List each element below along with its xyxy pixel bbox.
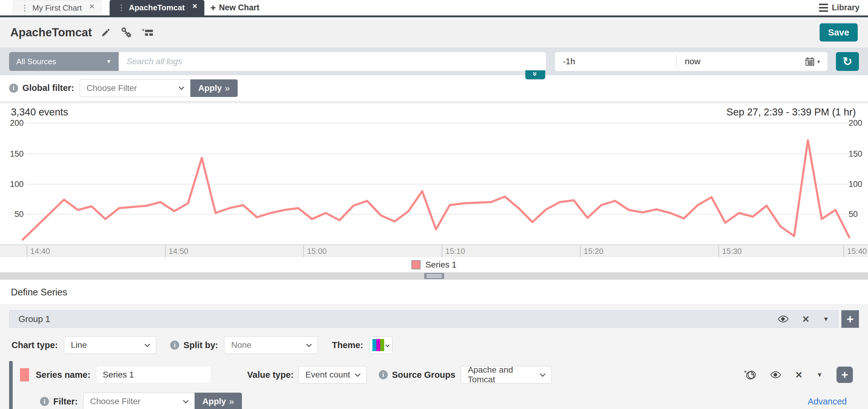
source-groups-value: Apache and Tomcat [468, 365, 541, 384]
global-filter-dropdown[interactable]: Choose Filter [80, 79, 190, 97]
eye-icon[interactable] [778, 315, 789, 323]
list-icon [819, 4, 828, 12]
chevron-down-icon [385, 343, 390, 347]
close-icon[interactable]: ✕ [89, 0, 94, 10]
key-gear-icon [120, 27, 132, 38]
add-to-dashboard-icon: + [141, 27, 154, 37]
group-header-bar[interactable]: Group 1 ✕ ▼ [9, 310, 838, 328]
search-input-wrap: » [119, 52, 546, 71]
series-block: Series name: Value type: Event count i S… [9, 361, 859, 409]
theme-dropdown[interactable] [369, 336, 392, 354]
chart-type-label: Chart type: [11, 340, 58, 350]
info-icon: i [170, 341, 179, 350]
tab-apachetomcat[interactable]: ⋮ ApacheTomcat ✕ [110, 0, 204, 16]
series-filter-dropdown[interactable]: Choose Filter [83, 392, 195, 409]
calendar-dropdown-button[interactable]: ▼ [798, 52, 828, 71]
remove-group-icon[interactable]: ✕ [802, 314, 810, 324]
series-filter-value: Choose Filter [90, 397, 141, 406]
sources-dropdown-value: All Sources [17, 57, 56, 66]
pencil-icon [101, 28, 111, 37]
series-filter-row: i Filter: Choose Filter Apply » Advanced [20, 392, 859, 409]
group-row: Group 1 ✕ ▼ + [9, 310, 859, 328]
eye-icon[interactable] [770, 371, 781, 378]
apply-label: Apply [198, 83, 222, 93]
add-series-button[interactable]: + [837, 367, 853, 383]
line-chart[interactable]: 20015010050 20015010050 [0, 103, 868, 244]
info-icon: i [379, 370, 388, 379]
refresh-button[interactable]: ↻ [836, 52, 859, 71]
chevron-down-icon [355, 371, 360, 377]
plus-icon: + [210, 2, 216, 13]
caret-down-icon: ▼ [816, 59, 821, 64]
collapse-series-icon[interactable]: ▼ [816, 372, 823, 378]
time-range-label: Sep 27, 2:39 - 3:39 PM (1 hr) [726, 106, 856, 118]
library-button[interactable]: Library [819, 0, 860, 16]
y-tick-label: 200 [848, 118, 862, 128]
chart-legend[interactable]: Series 1 [0, 257, 868, 272]
split-by-dropdown[interactable]: None [224, 336, 318, 354]
double-chevron-right-icon: » [225, 83, 230, 93]
new-chart-button[interactable]: + New Chart [210, 0, 259, 16]
value-type-label: Value type: [247, 370, 294, 380]
expand-search-button[interactable]: » [525, 70, 545, 79]
split-by-label: Split by: [183, 340, 218, 350]
add-to-dashboard-button[interactable]: + [141, 27, 154, 37]
y-tick-label: 50 [14, 210, 24, 219]
panel-divider [0, 272, 868, 280]
chevron-down-icon [179, 84, 184, 90]
resize-drag-handle[interactable] [424, 273, 444, 279]
source-groups-dropdown[interactable]: Apache and Tomcat [461, 366, 552, 384]
library-label: Library [832, 3, 860, 12]
drag-handle-icon[interactable]: ⋮ [21, 3, 28, 13]
series-row: Series name: Value type: Event count i S… [20, 366, 859, 384]
refresh-icon: ↻ [843, 55, 852, 68]
tab-my-first-chart[interactable]: ⋮ My First Chart ✕ [13, 0, 102, 16]
series-line [23, 140, 849, 240]
time-start-input[interactable] [555, 52, 676, 71]
edit-title-button[interactable] [101, 28, 111, 37]
search-input[interactable] [119, 52, 546, 71]
chevron-down-icon [183, 398, 188, 403]
value-type-dropdown[interactable]: Event count [299, 366, 367, 384]
y-tick-label: 50 [848, 210, 858, 219]
info-icon: i [40, 397, 49, 406]
double-chevron-down-icon: » [531, 72, 539, 76]
y-axis-right: 20015010050 [848, 103, 867, 244]
tab-bar: ⋮ My First Chart ✕ ⋮ ApacheTomcat ✕ + Ne… [0, 0, 868, 17]
add-group-button[interactable]: + [841, 310, 859, 328]
caret-down-icon: ▼ [106, 58, 112, 65]
x-axis-band: 14:4014:5015:0015:1015:2015:3015:40 [0, 244, 868, 257]
advanced-link[interactable]: Advanced [808, 397, 847, 407]
x-tick-label: 15:20 [580, 245, 603, 257]
legend-swatch [411, 260, 421, 269]
time-shift-clock-icon[interactable]: + [744, 369, 756, 380]
access-permissions-button[interactable] [120, 27, 132, 38]
group-icons: ✕ ▼ [778, 314, 829, 324]
chart-header-bar: ApacheTomcat + [0, 17, 868, 48]
chart-section: 3,340 events Sep 27, 2:39 - 3:39 PM (1 h… [0, 103, 868, 272]
remove-series-icon[interactable]: ✕ [795, 370, 803, 380]
close-icon[interactable]: ✕ [192, 0, 197, 10]
group-label: Group 1 [19, 314, 50, 324]
x-tick-label: 14:50 [165, 245, 188, 257]
value-type-value: Event count [306, 370, 350, 380]
events-count: 3,340 events [11, 106, 68, 118]
drag-handle-icon[interactable]: ⋮ [118, 3, 125, 12]
collapse-group-icon[interactable]: ▼ [823, 316, 829, 323]
apply-label: Apply [203, 397, 226, 406]
y-tick-label: 200 [10, 118, 24, 128]
time-end-input[interactable] [677, 52, 798, 71]
series-color-swatch[interactable] [20, 368, 29, 381]
global-filter-row: i Global filter: Choose Filter Apply » [0, 75, 868, 103]
sources-dropdown[interactable]: All Sources ▼ [9, 52, 119, 71]
split-by-value: None [231, 340, 251, 350]
double-chevron-right-icon: » [229, 396, 234, 407]
global-filter-apply-button[interactable]: Apply » [190, 79, 238, 97]
series-name-input[interactable] [96, 366, 211, 384]
tab-label: ApacheTomcat [129, 3, 185, 12]
chart-type-dropdown[interactable]: Line [64, 336, 156, 354]
define-series-heading: Define Series [0, 280, 868, 304]
y-tick-label: 100 [10, 180, 24, 189]
save-button[interactable]: Save [819, 23, 858, 41]
series-filter-apply-button[interactable]: Apply » [195, 392, 242, 409]
